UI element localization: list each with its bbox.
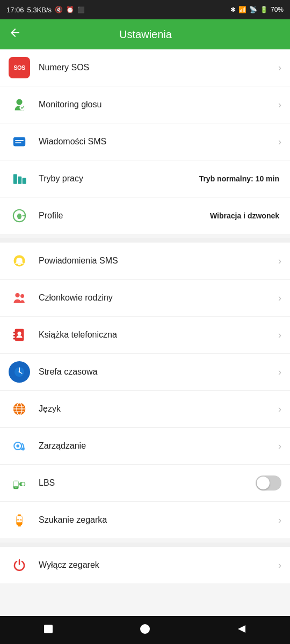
status-network: 5,3KB/s [27, 6, 52, 14]
manage-icon [9, 435, 30, 457]
wiadomosci-sms-item[interactable]: Wiadomości SMS › [0, 123, 290, 160]
poweroff-icon [9, 554, 30, 576]
battery-icon: 🔋 [260, 6, 268, 13]
numery-sos-item[interactable]: SOS Numery SOS › [0, 49, 290, 86]
wylacz-zegarek-item[interactable]: Wyłącz zegarek › [0, 547, 290, 583]
section-2: Powiadomienia SMS › Członkowie rodziny › [0, 243, 290, 538]
lbs-icon [9, 472, 30, 494]
wifi-icon: 📡 [249, 6, 257, 13]
svg-rect-18 [13, 335, 16, 336]
chevron-icon: › [278, 404, 281, 415]
modes-icon [9, 168, 30, 189]
phonebook-icon [9, 324, 30, 346]
chevron-icon: › [278, 255, 281, 267]
tryby-pracy-value: Tryb normalny: 10 min [199, 174, 279, 183]
czlonkowie-rodziny-label: Członkowie rodziny [39, 293, 276, 303]
lbs-label: LBS [39, 478, 256, 488]
svg-point-32 [16, 444, 19, 448]
svg-rect-36 [16, 487, 16, 488]
svg-rect-6 [18, 177, 21, 184]
czlonkowie-rodziny-item[interactable]: Członkowie rodziny › [0, 280, 290, 317]
szukanie-zegarka-item[interactable]: 22:01 Szukanie zegarka › [0, 502, 290, 538]
nav-square-button[interactable] [32, 619, 65, 642]
sms-msg-icon [9, 131, 30, 152]
svg-point-14 [15, 293, 19, 297]
signal-icon: 📶 [238, 6, 247, 13]
profile-value: Wibracja i dzwonek [210, 211, 279, 220]
chevron-icon: › [278, 330, 281, 341]
svg-rect-17 [13, 332, 16, 333]
tryby-pracy-item[interactable]: Tryby pracy Tryb normalny: 10 min [0, 160, 290, 197]
bluetooth-icon: ✱ [230, 6, 236, 13]
section-spacer-2 [0, 543, 290, 547]
status-time: 17:06 [6, 6, 24, 14]
page-title: Ustawienia [28, 28, 263, 41]
chevron-icon: › [278, 136, 281, 148]
strefa-czasowa-label: Strefa czasowa [39, 367, 276, 377]
svg-rect-42 [18, 515, 21, 516]
back-button[interactable] [9, 26, 21, 42]
svg-rect-19 [13, 338, 16, 340]
section-3: Wyłącz zegarek › [0, 547, 290, 583]
nav-circle-button[interactable] [128, 619, 162, 642]
section-spacer-1 [0, 238, 290, 243]
wylacz-zegarek-label: Wyłącz zegarek [39, 560, 276, 570]
timezone-icon [9, 361, 30, 383]
lbs-toggle[interactable] [256, 475, 281, 491]
chevron-icon: › [278, 560, 281, 571]
svg-point-15 [20, 294, 24, 298]
svg-rect-44 [44, 625, 53, 633]
monitoring-glosu-label: Monitoring głosu [39, 100, 276, 109]
svg-point-0 [16, 99, 22, 105]
svg-rect-2 [13, 137, 25, 147]
jezyk-item[interactable]: Język › [0, 391, 290, 428]
powiadomienia-sms-item[interactable]: Powiadomienia SMS › [0, 243, 290, 280]
profile-label: Profile [39, 211, 210, 221]
numery-sos-label: Numery SOS [39, 63, 276, 72]
status-bar: 17:06 5,3KB/s 🔇 ⏰ ⬛ ✱ 📶 📡 🔋 70% [0, 0, 290, 19]
wiadomosci-sms-label: Wiadomości SMS [39, 137, 276, 147]
svg-point-45 [140, 624, 150, 634]
language-icon [9, 398, 30, 420]
svg-rect-13 [18, 264, 21, 265]
tryby-pracy-label: Tryby pracy [39, 174, 199, 184]
profile-icon [9, 205, 30, 226]
section-1: SOS Numery SOS › Monitoring głosu › [0, 49, 290, 234]
chevron-icon: › [278, 441, 281, 452]
profile-item[interactable]: Profile Wibracja i dzwonek [0, 197, 290, 234]
nav-back-button[interactable] [225, 619, 258, 642]
svg-rect-5 [13, 174, 17, 184]
svg-marker-46 [238, 625, 245, 633]
svg-point-38 [21, 482, 25, 486]
svg-rect-43 [18, 525, 21, 526]
svg-point-9 [18, 215, 21, 219]
stop-icon: ⬛ [77, 6, 85, 13]
mute-icon: 🔇 [55, 6, 63, 13]
family-icon [9, 287, 30, 309]
chevron-icon: › [278, 292, 281, 304]
chevron-icon: › [278, 99, 281, 111]
battery-percent: 70% [271, 6, 284, 13]
header: Ustawienia [0, 19, 290, 49]
lbs-item[interactable]: LBS [0, 465, 290, 502]
ksiazka-telefoniczna-item[interactable]: Książka telefoniczna › [0, 317, 290, 354]
toggle-knob [257, 477, 270, 489]
monitoring-glosu-item[interactable]: Monitoring głosu › [0, 86, 290, 123]
zarzadzanie-item[interactable]: Zarządzanie › [0, 428, 290, 465]
status-right: ✱ 📶 📡 🔋 70% [230, 6, 284, 13]
alarm-icon: ⏰ [66, 6, 74, 13]
watch-icon: 22:01 [9, 509, 30, 531]
sos-icon: SOS [9, 57, 30, 78]
lbs-toggle-container [256, 475, 281, 491]
settings-content: SOS Numery SOS › Monitoring głosu › [0, 49, 290, 620]
powiadomienia-sms-label: Powiadomienia SMS [39, 256, 276, 266]
chevron-icon: › [278, 62, 281, 74]
status-left: 17:06 5,3KB/s 🔇 ⏰ ⬛ [6, 6, 85, 14]
svg-text:22:01: 22:01 [17, 518, 23, 521]
zarzadzanie-label: Zarządzanie [39, 441, 276, 451]
chevron-icon: › [278, 515, 281, 526]
svg-point-25 [19, 371, 20, 373]
szukanie-zegarka-label: Szukanie zegarka [39, 515, 276, 525]
svg-point-33 [21, 448, 25, 451]
strefa-czasowa-item[interactable]: Strefa czasowa › [0, 354, 290, 391]
